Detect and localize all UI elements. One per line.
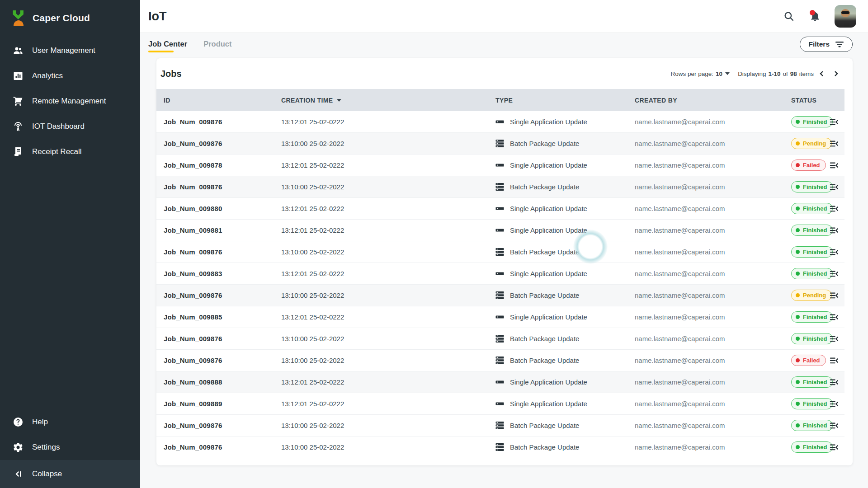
job-details-button[interactable] <box>829 139 844 149</box>
column-created-by[interactable]: CREATED BY <box>635 97 791 104</box>
tab-job-center[interactable]: Job Center <box>148 33 187 55</box>
sidebar-footer-nav: HelpSettings <box>0 406 140 460</box>
table-row[interactable]: Job_Num_00987613:10:00 25-02-2022Batch P… <box>156 241 844 263</box>
job-id: Job_Num_009883 <box>164 270 281 277</box>
job-details-button[interactable] <box>829 356 844 366</box>
users-icon <box>12 45 24 56</box>
topbar: IoT <box>140 0 868 33</box>
status-badge: Finished <box>791 268 833 279</box>
table-row[interactable]: Job_Num_00987613:12:01 25-02-0222Single … <box>156 111 844 133</box>
table-row[interactable]: Job_Num_00988113:12:01 25-02-0222Single … <box>156 220 844 241</box>
status-dot-icon <box>796 120 800 124</box>
table-row[interactable]: Job_Num_00987813:12:01 25-02-0222Single … <box>156 155 844 176</box>
column-id[interactable]: ID <box>164 97 281 104</box>
job-details-button[interactable] <box>829 291 844 300</box>
job-details-button[interactable] <box>829 377 844 387</box>
sidebar-collapse-button[interactable]: Collapse <box>0 460 140 488</box>
single-app-icon <box>495 378 504 386</box>
created-by: name.lastname@caperai.com <box>635 422 791 429</box>
pagination: Rows per page: 10 Displaying 1-10 of 98 … <box>671 68 842 80</box>
creation-time: 13:12:01 25-02-0222 <box>281 205 495 212</box>
batch-package-icon <box>495 443 504 451</box>
table-row[interactable]: Job_Num_00987613:10:00 25-02-2022Batch P… <box>156 415 844 436</box>
job-details-button[interactable] <box>829 160 844 170</box>
single-app-icon <box>495 226 504 235</box>
job-type: Batch Package Update <box>495 139 635 148</box>
column-type[interactable]: TYPE <box>495 97 635 104</box>
table-row[interactable]: Job_Num_00987613:10:00 25-02-2022Batch P… <box>156 350 844 371</box>
created-by: name.lastname@caperai.com <box>635 443 791 451</box>
job-id: Job_Num_009876 <box>164 335 281 343</box>
creation-time: 13:10:00 25-02-2022 <box>281 335 495 343</box>
filters-button-label: Filters <box>808 40 830 48</box>
job-details-button[interactable] <box>829 312 844 322</box>
table-row[interactable]: Job_Num_00987613:10:00 25-02-2022Batch P… <box>156 328 844 350</box>
job-details-button[interactable] <box>829 247 844 257</box>
of-label: of <box>783 70 788 77</box>
menu-open-icon <box>829 421 839 431</box>
sidebar-item-receipt-recall[interactable]: Receipt Recall <box>0 139 140 164</box>
rows-per-page-select[interactable]: 10 <box>716 70 730 77</box>
sidebar-item-user-management[interactable]: User Management <box>0 38 140 63</box>
status-badge: Finished <box>791 181 833 192</box>
table-row[interactable]: Job_Num_00988813:12:01 25-02-0222Single … <box>156 371 844 393</box>
table-row[interactable]: Job_Num_00987613:10:00 25-02-2022Batch P… <box>156 176 844 198</box>
creation-time: 13:10:00 25-02-2022 <box>281 357 495 364</box>
sidebar-item-help[interactable]: Help <box>0 409 140 435</box>
filters-button[interactable]: Filters <box>800 37 853 52</box>
table-row[interactable]: Job_Num_00988513:12:01 25-02-0222Single … <box>156 306 844 328</box>
chevron-down-icon <box>725 72 730 75</box>
creation-time: 13:12:01 25-02-0222 <box>281 270 495 277</box>
table-row[interactable]: Job_Num_00988913:12:01 25-02-0222Single … <box>156 393 844 415</box>
job-details-button[interactable] <box>829 421 844 431</box>
sidebar-item-iot-dashboard[interactable]: IOT Dashboard <box>0 114 140 139</box>
job-type-label: Batch Package Update <box>510 183 579 191</box>
column-creation-time[interactable]: CREATION TIME <box>281 97 495 104</box>
menu-open-icon <box>829 204 839 214</box>
next-page-button[interactable] <box>830 68 842 80</box>
notification-dot <box>810 10 815 15</box>
table-row[interactable]: Job_Num_00987613:10:00 25-02-2022Batch P… <box>156 285 844 306</box>
prev-page-button[interactable] <box>816 68 828 80</box>
job-details-button[interactable] <box>829 269 844 279</box>
nav-item-label: Analytics <box>32 71 63 80</box>
creation-time: 13:10:00 25-02-2022 <box>281 248 495 256</box>
job-id: Job_Num_009876 <box>164 443 281 451</box>
status-badge: Finished <box>791 441 833 453</box>
job-details-button[interactable] <box>829 334 844 344</box>
job-details-button[interactable] <box>829 182 844 192</box>
menu-open-icon <box>829 334 839 344</box>
status-dot-icon <box>796 206 800 211</box>
table-row[interactable]: Job_Num_00987613:10:00 25-02-2022Batch P… <box>156 133 844 155</box>
table-row[interactable]: Job_Num_00988313:12:01 25-02-0222Single … <box>156 263 844 285</box>
status-badge: Failed <box>791 355 826 366</box>
status-dot-icon <box>796 185 800 189</box>
page-title: IoT <box>148 9 167 23</box>
job-details-button[interactable] <box>829 117 844 127</box>
sidebar-item-remote-management[interactable]: Remote Management <box>0 89 140 114</box>
job-details-button[interactable] <box>829 204 844 214</box>
job-type: Single Application Update <box>495 269 635 278</box>
created-by: name.lastname@caperai.com <box>635 161 791 169</box>
job-id: Job_Num_009876 <box>164 291 281 299</box>
menu-open-icon <box>829 399 839 409</box>
created-by: name.lastname@caperai.com <box>635 226 791 234</box>
table-row[interactable]: Job_Num_00988013:12:01 25-02-0222Single … <box>156 198 844 220</box>
table-row[interactable]: Job_Num_00987613:10:00 25-02-2022Batch P… <box>156 436 844 458</box>
avatar[interactable] <box>835 5 856 28</box>
job-details-button[interactable] <box>829 399 844 409</box>
bell-icon[interactable] <box>808 9 822 23</box>
nav-item-label: IOT Dashboard <box>32 122 85 131</box>
created-by: name.lastname@caperai.com <box>635 357 791 364</box>
job-details-button[interactable] <box>829 225 844 235</box>
job-type-label: Batch Package Update <box>510 357 579 364</box>
jobs-card: Jobs Rows per page: 10 Displaying 1-10 o… <box>156 58 853 465</box>
job-type-label: Single Application Update <box>510 313 587 321</box>
sidebar-item-settings[interactable]: Settings <box>0 435 140 460</box>
job-details-button[interactable] <box>829 442 844 452</box>
tab-product[interactable]: Product <box>203 33 231 55</box>
batch-package-icon <box>495 139 504 148</box>
column-status[interactable]: STATUS <box>791 97 829 104</box>
sidebar-item-analytics[interactable]: Analytics <box>0 63 140 89</box>
search-icon[interactable] <box>782 9 796 23</box>
